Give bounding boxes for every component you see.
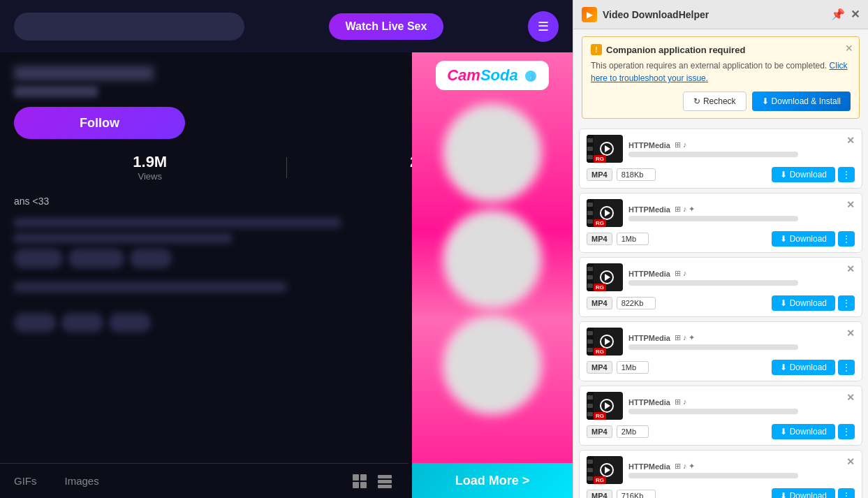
item-type-row: HTTPMedia ⊞ ♪	[628, 140, 841, 149]
rg-badge: RG	[594, 476, 606, 484]
download-icon: ⬇	[780, 491, 787, 498]
video-thumbnail: RG	[587, 328, 623, 356]
http-label: HTTPMedia	[628, 205, 670, 214]
download-button[interactable]: ⬇ Download	[772, 424, 835, 439]
download-icon: ⬇	[780, 170, 787, 180]
format-badge: MP4	[587, 168, 612, 181]
download-install-button[interactable]: ⬇ Download & Install	[752, 91, 851, 111]
item-top-row: RG HTTPMedia ⊞ ♪ ✦ ✕	[587, 456, 855, 484]
film-strip	[587, 263, 594, 291]
more-options-button[interactable]: ⋮	[838, 167, 855, 182]
film-hole	[587, 348, 593, 352]
grid-icon: ⊞	[675, 205, 681, 214]
format-badge: MP4	[587, 233, 612, 245]
item-bottom-row: MP4 1Mb ⬇ Download ⋮	[587, 231, 855, 247]
warning-box: ! Companion application required This op…	[582, 36, 860, 119]
item-icons: ⊞ ♪ ✦	[675, 462, 696, 471]
ad-circle-3	[443, 316, 541, 414]
tab-images[interactable]: Images	[51, 468, 113, 494]
item-info: HTTPMedia ⊞ ♪	[628, 140, 841, 157]
size-select[interactable]: 716Kb	[617, 490, 656, 498]
music-icon: ♪	[683, 397, 687, 407]
more-options-button[interactable]: ⋮	[838, 295, 855, 311]
pin-icon[interactable]: 📌	[831, 8, 845, 21]
film-hole	[587, 219, 593, 224]
film-hole	[587, 138, 593, 142]
download-button[interactable]: ⬇ Download	[772, 295, 835, 311]
play-circle	[600, 142, 614, 156]
size-select[interactable]: 1Mb	[617, 361, 649, 374]
download-list: RG HTTPMedia ⊞ ♪ ✕ MP4 818Kb	[573, 126, 868, 498]
download-button[interactable]: ⬇ Download	[772, 488, 835, 498]
blurred-tag-3	[130, 249, 172, 268]
film-hole	[587, 468, 593, 472]
item-bottom-row: MP4 2Mb ⬇ Download ⋮	[587, 424, 855, 439]
top-bar: Watch Live Sex ☰	[0, 0, 573, 52]
music-icon: ♪	[683, 205, 687, 214]
download-item: RG HTTPMedia ⊞ ♪ ✦ ✕ MP4 1Mb	[579, 193, 862, 253]
film-hole	[587, 203, 593, 207]
download-button[interactable]: ⬇ Download	[772, 167, 835, 182]
item-close-button[interactable]: ✕	[846, 199, 855, 210]
item-url-bar	[628, 473, 798, 478]
grid-icon: ⊞	[675, 333, 681, 342]
more-options-button[interactable]: ⋮	[838, 424, 855, 439]
item-info: HTTPMedia ⊞ ♪	[628, 397, 841, 414]
more-options-button[interactable]: ⋮	[838, 231, 855, 247]
download-icon: ⬇	[780, 362, 787, 372]
load-more-button[interactable]: Load More >	[412, 463, 573, 498]
views-value: 1.9M	[14, 153, 286, 171]
size-select[interactable]: 1Mb	[617, 233, 649, 245]
tab-gifs[interactable]: GIFs	[0, 468, 51, 494]
list-view-button[interactable]	[375, 471, 395, 491]
item-close-button[interactable]: ✕	[846, 135, 855, 146]
svg-rect-1	[360, 474, 367, 481]
play-icon	[605, 467, 610, 474]
item-close-button[interactable]: ✕	[846, 456, 855, 467]
svg-rect-3	[360, 482, 367, 488]
search-bar[interactable]	[14, 13, 244, 41]
size-select[interactable]: 822Kb	[617, 297, 656, 309]
item-top-row: RG HTTPMedia ⊞ ♪ ✕	[587, 392, 855, 420]
warning-close-button[interactable]: ✕	[845, 43, 853, 54]
grid-view-button[interactable]	[350, 471, 369, 491]
svg-rect-2	[353, 482, 359, 488]
item-info: HTTPMedia ⊞ ♪	[628, 269, 841, 286]
item-close-button[interactable]: ✕	[846, 328, 855, 339]
more-options-button[interactable]: ⋮	[838, 488, 855, 498]
video-thumbnail: RG	[587, 135, 623, 163]
download-item: RG HTTPMedia ⊞ ♪ ✕ MP4 818Kb	[579, 129, 862, 189]
close-button[interactable]: ✕	[851, 8, 860, 21]
download-icon: ⬇	[780, 298, 787, 308]
blurred-tag-2	[68, 249, 124, 268]
download-item: RG HTTPMedia ⊞ ♪ ✕ MP4 822Kb	[579, 257, 862, 317]
grid-icon: ⊞	[675, 462, 681, 471]
download-button[interactable]: ⬇ Download	[772, 360, 835, 375]
menu-button[interactable]: ☰	[528, 11, 559, 42]
download-button[interactable]: ⬇ Download	[772, 231, 835, 247]
rg-badge: RG	[594, 155, 606, 163]
grid-view-options	[350, 471, 395, 491]
ad-circle-1	[443, 104, 541, 202]
film-strip	[587, 456, 594, 484]
bottom-tabs: GIFs Images	[0, 463, 409, 498]
item-url-bar	[628, 152, 798, 157]
item-type-row: HTTPMedia ⊞ ♪	[628, 269, 841, 278]
play-icon	[605, 210, 610, 217]
extra-icon: ✦	[689, 333, 695, 342]
hamburger-icon: ☰	[538, 19, 549, 34]
download-helper-panel: ▶ Video DownloadHelper 📌 ✕ ! Companion a…	[573, 0, 868, 498]
watch-live-button[interactable]: Watch Live Sex	[329, 13, 444, 40]
film-hole	[587, 284, 593, 288]
item-close-button[interactable]: ✕	[846, 392, 855, 403]
size-select[interactable]: 818Kb	[617, 168, 656, 181]
play-icon	[605, 274, 610, 281]
film-hole	[587, 412, 593, 416]
follow-button[interactable]: Follow	[14, 107, 185, 139]
size-select[interactable]: 2Mb	[617, 425, 649, 438]
more-options-button[interactable]: ⋮	[838, 360, 855, 375]
item-icons: ⊞ ♪ ✦	[675, 205, 696, 214]
recheck-button[interactable]: ↻ Recheck	[683, 91, 746, 111]
item-close-button[interactable]: ✕	[846, 263, 855, 274]
film-hole	[587, 460, 593, 464]
